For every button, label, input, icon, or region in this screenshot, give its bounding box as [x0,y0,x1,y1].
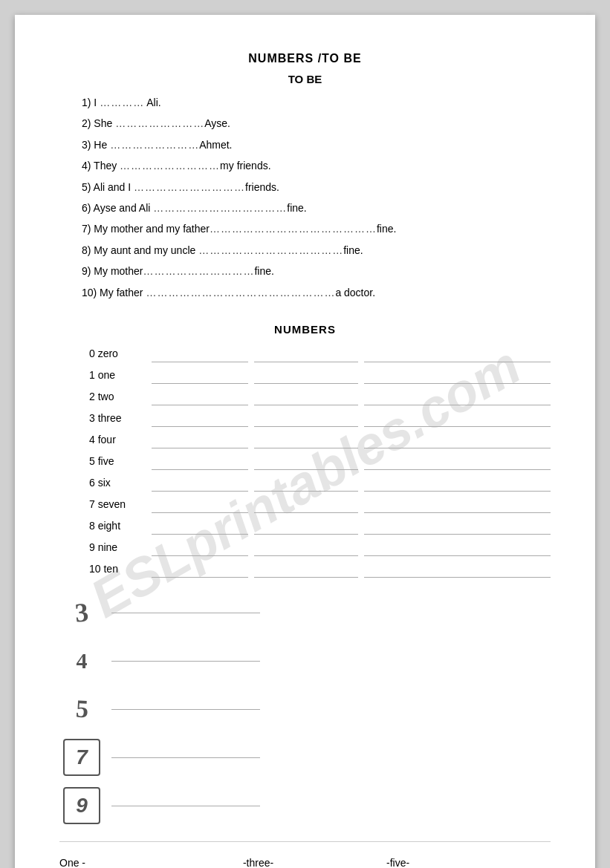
blank [276,853,380,868]
num-blank [254,497,358,513]
num-label: 0 zero [89,346,149,362]
number-row: 4 four [89,432,551,448]
num-label: 6 six [89,475,149,491]
image-row: 4 [59,641,551,682]
num-label: 1 one [89,368,149,383]
image-line [111,613,260,613]
number-row: 10 ten [89,561,551,578]
num-blank [254,389,358,405]
num-blank [364,454,551,470]
num-label: 3 three [89,411,149,426]
number-symbol: 4 [77,648,88,673]
number-symbol: 5 [75,695,89,724]
image-row: 9 [59,786,551,826]
num-label: 9 nine [89,540,149,555]
numbers-title: NUMBERS [59,323,551,336]
number-row: 6 six [89,475,551,492]
num-label: 2 two [89,389,149,405]
exercise-item: 10) My father ……………………………………………a doctor. [82,284,551,301]
num-blank [364,432,551,448]
number-row: 0 zero [89,346,551,362]
main-title: NUMBERS /TO BE [59,52,551,65]
number-row: 5 five [89,454,551,470]
exercise-item: 1) I ………… Ali. [82,94,551,111]
worksheet-page: ESLprintables.com NUMBERS /TO BE TO BE 1… [15,15,595,868]
num-blank [254,540,358,556]
number-row: 7 seven [89,497,551,513]
page-content: NUMBERS /TO BE TO BE 1) I ………… Ali. 2) S… [59,52,551,868]
num-blank [152,497,248,513]
images-section: 3 4 5 7 [59,593,551,826]
num-label: 4 four [89,432,149,448]
to-be-title: TO BE [59,73,551,85]
blank [88,853,237,868]
number-image-9: 9 [59,786,104,826]
number-row: 3 three [89,411,551,427]
num-blank [254,368,358,384]
num-label: 7 seven [89,497,149,512]
image-row: 5 [59,689,551,730]
num-blank [254,518,358,535]
exercise-item: 8) My aunt and my uncle …………………………………fin… [82,242,551,258]
num-blank [364,389,551,405]
num-blank [152,346,248,362]
exercise-item: 6) Ayse and Ali ………………………………fine. [82,200,551,216]
num-blank [254,475,358,492]
num-label: 8 eight [89,518,149,534]
number-image-3: 3 [59,593,104,633]
num-blank [152,540,248,556]
number-row: 2 two [89,389,551,405]
num-blank [364,518,551,535]
exercise-item: 7) My mother and my father……………………………………… [82,221,551,237]
num-blank [364,346,551,362]
number-image-5: 5 [59,689,104,730]
num-blank [152,368,248,384]
number-row: 9 nine [89,540,551,556]
numbers-section: NUMBERS 0 zero 1 one 2 two [59,323,551,578]
num-blank [152,518,248,535]
num-blank [364,497,551,513]
num-blank [152,561,248,578]
num-blank [254,346,358,362]
num-blank [254,454,358,470]
num-blank [364,540,551,556]
exercise-item: 5) Ali and I …………………………friends. [82,179,551,195]
numbers-grid: 0 zero 1 one 2 two [89,346,551,578]
number-row: 1 one [89,368,551,384]
exercise-item: 9) My mother…………………………fine. [82,263,551,279]
number-image-4: 4 [59,641,104,682]
exercise-item: 4) They ………………………my friends. [82,157,551,174]
num-label: 5 five [89,454,149,469]
exercise-item: 3) He ……………………Ahmet. [82,137,551,153]
final-line-1: One - -three- -five- -seven- [59,853,551,868]
num-blank [152,475,248,492]
num-label: 10 ten [89,561,149,577]
image-line [111,806,260,806]
num-blank [364,561,551,578]
image-line [111,709,260,710]
num-blank [152,432,248,448]
num-blank [152,454,248,470]
image-row: 3 [59,593,551,633]
number-symbol: 9 [63,787,100,824]
number-symbol: 3 [74,597,90,629]
to-be-exercises: 1) I ………… Ali. 2) She ……………………Ayse. 3) H… [82,94,551,301]
num-blank [364,411,551,427]
number-symbol: 7 [63,739,100,776]
image-line [111,757,260,758]
num-blank [254,411,358,427]
num-blank [364,368,551,384]
num-blank [364,475,551,492]
num-blank [254,432,358,448]
number-row: 8 eight [89,518,551,535]
image-row: 7 [59,737,551,778]
final-section: One - -three- -five- -seven- -nine- . [59,841,551,868]
num-blank [254,561,358,578]
image-line [111,661,260,662]
num-blank [152,411,248,427]
number-image-7: 7 [59,737,104,778]
num-blank [152,389,248,405]
exercise-item: 2) She ……………………Ayse. [82,115,551,131]
